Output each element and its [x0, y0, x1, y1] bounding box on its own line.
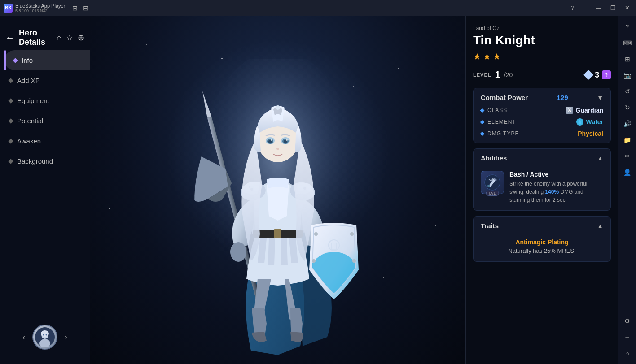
combat-power-header[interactable]: Combat Power 129 ▼ — [474, 88, 610, 107]
settings-button[interactable]: ≡ — [580, 4, 589, 12]
nav-label-info: Info — [22, 56, 33, 64]
nav-diamond-icon — [8, 159, 13, 164]
minimize-button[interactable]: — — [593, 4, 604, 12]
rotate-right-icon[interactable]: ↻ — [620, 100, 635, 115]
svg-point-16 — [352, 259, 356, 263]
nav-item-awaken[interactable]: Awaken — [0, 131, 90, 151]
hero-stars: ★ ★ ★ — [473, 51, 611, 62]
hero-name: Tin Knight — [473, 33, 611, 48]
svg-point-31 — [276, 148, 279, 150]
camera-icon[interactable]: 📷 — [620, 68, 635, 82]
ability-name: Bash / Active — [509, 171, 603, 178]
back-sidebar-icon[interactable]: ← — [620, 330, 635, 344]
class-value-area: ⚔ Guardian — [566, 107, 603, 114]
svg-point-32 — [276, 105, 280, 110]
nav-item-equipment[interactable]: Equipment — [0, 91, 90, 111]
svg-point-3 — [41, 330, 49, 337]
app-version: 5.8.100.1013 N32 — [15, 9, 65, 13]
abilities-header[interactable]: Abilities ▲ — [474, 149, 610, 167]
user-icon[interactable]: 👤 — [620, 165, 635, 179]
dmg-type-value-area: Physical — [578, 130, 603, 137]
help-button[interactable]: ? — [568, 4, 577, 12]
restore-button[interactable]: ❐ — [608, 4, 618, 12]
page-title: Hero Details — [19, 28, 52, 47]
nav-item-potential[interactable]: Potential — [0, 111, 90, 131]
nav-diamond-icon — [8, 139, 13, 143]
app-info: BlueStacks App Player 5.8.100.1013 N32 — [15, 3, 65, 13]
app-name: BlueStacks App Player — [15, 3, 65, 9]
keyboard-icon[interactable]: ⌨ — [620, 36, 635, 50]
next-hero-button[interactable]: › — [63, 331, 69, 344]
volume-icon[interactable]: 🔊 — [620, 117, 635, 131]
hero-image — [175, 59, 381, 364]
traits-section: Traits ▲ Antimagic Plating Naturally has… — [473, 216, 611, 262]
stat-element-key: ELEMENT — [481, 119, 516, 125]
combat-power-value: 129 — [557, 94, 568, 101]
level-row: LEVEL 1 /20 3 ? — [473, 69, 611, 81]
class-value: Guardian — [576, 107, 603, 114]
left-nav: ← Hero Details ⌂ ☆ ⊕ Info Add XP Equipme… — [0, 16, 90, 364]
zoom-icon[interactable]: ⊕ — [78, 33, 84, 43]
main-container: ← Hero Details ⌂ ☆ ⊕ Info Add XP Equipme… — [0, 16, 636, 364]
folder-icon[interactable]: 📁 — [620, 133, 635, 147]
nav-label-equipment: Equipment — [17, 97, 49, 104]
gem-area: 3 ? — [585, 70, 611, 80]
close-button[interactable]: ✕ — [622, 4, 632, 12]
ability-level-badge: Lv1 — [486, 191, 499, 196]
nav-item-background[interactable]: Background — [0, 151, 90, 171]
nav-item-add-xp[interactable]: Add XP — [0, 70, 90, 91]
screen-icon[interactable]: ⊞ — [620, 52, 635, 66]
traits-chevron-icon: ▲ — [597, 222, 603, 230]
svg-point-34 — [487, 185, 490, 187]
hero-subtitle: Land of Oz — [473, 25, 611, 31]
stats-section: CLASS ⚔ Guardian ELEMENT 💧 Water — [474, 107, 610, 143]
element-value: Water — [586, 118, 603, 126]
help-sidebar-icon[interactable]: ? — [620, 20, 635, 34]
hero-character — [175, 59, 381, 364]
stat-row-dmgtype: DMG TYPE Physical — [481, 130, 603, 137]
gem-purple-icon[interactable]: ? — [602, 70, 611, 79]
stat-row-element: ELEMENT 💧 Water — [481, 118, 603, 126]
star-icon[interactable]: ☆ — [66, 33, 73, 43]
back-button[interactable]: ← — [5, 33, 14, 43]
home-sidebar-icon[interactable]: ⌂ — [620, 346, 635, 360]
svg-point-14 — [350, 232, 354, 236]
titlebar-grid-icon[interactable]: ⊞ — [72, 4, 78, 12]
titlebar-multi-icon[interactable]: ⊟ — [83, 4, 88, 12]
combat-chevron-icon: ▼ — [597, 94, 603, 101]
far-right-bar: ? ⌨ ⊞ 📷 ↺ ↻ 🔊 📁 ✏ 👤 ⚙ ← ⌂ — [618, 16, 636, 364]
trait-description: Naturally has 25% MRES. — [481, 247, 603, 254]
hero-avatar[interactable] — [32, 325, 57, 350]
svg-point-13 — [314, 232, 318, 236]
right-panel: Land of Oz Tin Knight ★ ★ ★ LEVEL 1 /20 … — [465, 16, 618, 364]
guardian-icon: ⚔ — [566, 107, 573, 114]
class-label: CLASS — [487, 107, 507, 113]
gem-count: 3 — [595, 70, 599, 80]
nav-diamond-icon — [8, 78, 13, 83]
nav-diamond-icon — [8, 118, 13, 123]
stat-diamond-icon — [480, 120, 485, 124]
star-3: ★ — [493, 51, 501, 62]
home-icon[interactable]: ⌂ — [57, 33, 61, 43]
level-label: LEVEL — [473, 72, 491, 78]
prev-hero-button[interactable]: ‹ — [21, 331, 27, 344]
star-2: ★ — [483, 51, 491, 62]
ability-description: Strike the enemy with a powerful swing, … — [509, 180, 603, 204]
svg-point-11 — [230, 242, 246, 262]
rotate-left-icon[interactable]: ↺ — [620, 84, 635, 99]
trait-item: Antimagic Plating Naturally has 25% MRES… — [474, 235, 610, 261]
nav-diamond-icon — [8, 98, 13, 103]
svg-point-15 — [312, 259, 316, 263]
bash-icon — [484, 174, 500, 191]
star-1: ★ — [473, 51, 481, 62]
nav-item-info[interactable]: Info — [4, 50, 90, 70]
ability-item: Lv1 Bash / Active Strike the enemy with … — [474, 167, 610, 210]
traits-title: Traits — [481, 222, 499, 230]
hero-center — [90, 16, 465, 364]
edit-icon[interactable]: ✏ — [620, 149, 635, 163]
traits-header[interactable]: Traits ▲ — [474, 217, 610, 235]
stat-diamond-icon — [480, 108, 485, 113]
trait-name: Antimagic Plating — [481, 238, 603, 246]
abilities-title: Abilities — [481, 154, 507, 162]
settings-sidebar-icon[interactable]: ⚙ — [620, 314, 635, 328]
